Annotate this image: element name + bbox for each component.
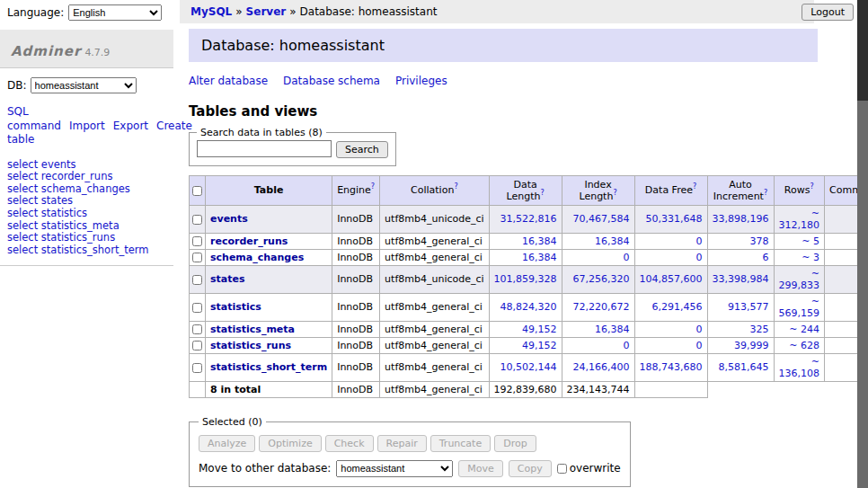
scrollbar-thumb[interactable] [857,0,868,101]
table-name-link[interactable]: events [210,213,248,225]
overwrite-checkbox[interactable] [557,464,567,474]
cell-index-length-link[interactable]: 72,220,672 [573,301,630,313]
truncate-button[interactable]: Truncate [430,435,491,452]
cell-data-free-link[interactable]: 0 [696,235,703,247]
cell-data-length-link[interactable]: 31,522,816 [500,213,557,225]
logout-button[interactable]: Logout [802,4,854,21]
cell-data-free-link[interactable]: 0 [696,252,703,263]
table-name-link[interactable]: statistics_runs [210,340,291,351]
export-link[interactable]: Export [113,120,148,132]
sidebar-select-link[interactable]: select [7,219,38,232]
row-checkbox[interactable] [192,303,202,313]
row-checkbox[interactable] [192,324,202,334]
table-name-link[interactable]: recorder_runs [210,235,288,247]
row-checkbox[interactable] [192,341,202,350]
doc-link[interactable]: ? [810,182,813,191]
move-button[interactable]: Move [458,460,503,477]
cell-index-length-link[interactable]: 70,467,584 [573,213,630,225]
breadcrumb-link[interactable]: Server [246,5,287,18]
doc-link[interactable]: ? [693,182,696,191]
cell-auto-increment-link[interactable]: 33,898,196 [713,213,769,225]
sidebar-select-link[interactable]: select [7,170,38,182]
cell-auto-increment-link[interactable]: 8,581,645 [719,361,769,373]
language-select[interactable]: English [68,4,162,21]
doc-link[interactable]: ? [613,189,616,197]
search-input[interactable] [197,140,332,157]
cell-auto-increment-link[interactable]: 6 [763,252,769,263]
cell-rows-link[interactable]: ~ 136,108 [779,356,820,379]
cell-data-length-link[interactable]: 10,502,144 [500,361,557,373]
cell-rows-link[interactable]: ~ 299,833 [779,268,820,291]
repair-button[interactable]: Repair [377,435,427,452]
cell-index-length-link[interactable]: 67,256,320 [573,273,630,285]
cell-index-length-link[interactable]: 24,166,400 [573,361,630,373]
cell-rows-link[interactable]: ~ 3 [802,252,819,263]
cell-auto-increment-link[interactable]: 913,577 [728,301,769,313]
check-button[interactable]: Check [325,435,374,452]
scrollbar[interactable] [857,0,868,488]
cell-data-free-link[interactable]: 0 [696,324,703,335]
table-name-link[interactable]: schema_changes [210,252,304,263]
table-name-link[interactable]: states [210,273,245,285]
row-checkbox[interactable] [192,215,202,225]
optimize-button[interactable]: Optimize [259,435,321,452]
row-checkbox[interactable] [192,275,202,285]
sidebar-select-link[interactable]: select [7,182,38,195]
breadcrumb-link[interactable]: MySQL [190,5,232,18]
analyze-button[interactable]: Analyze [199,435,255,452]
cell-index-length-link[interactable]: 16,384 [595,324,630,335]
sidebar-table-link[interactable]: statistics_meta [41,219,120,232]
sidebar-table-link[interactable]: statistics_short_term [41,244,149,256]
sidebar-select-link[interactable]: select [7,158,38,171]
doc-link[interactable]: ? [454,182,457,191]
cell-auto-increment-link[interactable]: 33,398,984 [713,273,769,285]
sidebar-table-link[interactable]: schema_changes [41,182,130,195]
db-select[interactable]: homeassistant [31,77,137,93]
cell-rows-link[interactable]: ~ 569,159 [779,296,820,319]
doc-link[interactable]: ? [371,182,375,191]
sidebar-table-link[interactable]: events [41,158,76,171]
row-checkbox[interactable] [192,363,202,373]
database-schema-link[interactable]: Database schema [283,75,380,87]
sidebar-table-link[interactable]: statistics_runs [41,231,115,244]
cell-rows-link[interactable]: ~ 244 [789,324,819,335]
table-name-link[interactable]: statistics_short_term [210,361,327,373]
row-checkbox[interactable] [192,253,202,262]
sidebar-select-link[interactable]: select [7,244,38,256]
cell-data-length-link[interactable]: 16,384 [522,235,557,247]
sidebar-select-link[interactable]: select [7,207,38,219]
cell-rows-link[interactable]: ~ 312,180 [779,208,820,231]
cell-index-length-link[interactable]: 0 [624,340,630,351]
sidebar-table-link[interactable]: states [41,194,73,207]
cell-data-free-link[interactable]: 104,857,600 [640,273,703,285]
table-name-link[interactable]: statistics [210,301,261,313]
search-button[interactable]: Search [336,141,388,158]
cell-data-length-link[interactable]: 48,824,320 [500,301,557,313]
cell-rows-link[interactable]: ~ 5 [802,235,819,247]
alter-database-link[interactable]: Alter database [189,75,268,87]
cell-data-free-link[interactable]: 50,331,648 [646,213,703,225]
cell-index-length-link[interactable]: 0 [624,252,630,263]
cell-data-length-link[interactable]: 49,152 [522,340,557,351]
import-link[interactable]: Import [69,120,105,132]
cell-index-length-link[interactable]: 16,384 [595,235,630,247]
cell-data-free-link[interactable]: 188,743,680 [640,361,703,373]
cell-auto-increment-link[interactable]: 378 [750,235,769,247]
sidebar-table-link[interactable]: statistics [41,207,87,219]
drop-button[interactable]: Drop [494,435,536,452]
select-all-checkbox[interactable] [192,186,202,196]
table-name-link[interactable]: statistics_meta [210,324,295,335]
move-db-select[interactable]: homeassistant [336,460,453,477]
sidebar-table-link[interactable]: recorder_runs [41,170,113,182]
sidebar-select-link[interactable]: select [7,194,38,207]
cell-auto-increment-link[interactable]: 325 [750,324,769,335]
cell-data-free-link[interactable]: 0 [696,340,703,351]
doc-link[interactable]: ? [540,189,544,197]
row-checkbox[interactable] [192,236,202,246]
privileges-link[interactable]: Privileges [395,75,447,87]
copy-button[interactable]: Copy [509,460,552,477]
sql-command-link[interactable]: SQL command [7,105,61,132]
cell-data-free-link[interactable]: 6,291,456 [652,301,703,313]
cell-auto-increment-link[interactable]: 39,999 [734,340,769,351]
doc-link[interactable]: ? [764,189,767,197]
